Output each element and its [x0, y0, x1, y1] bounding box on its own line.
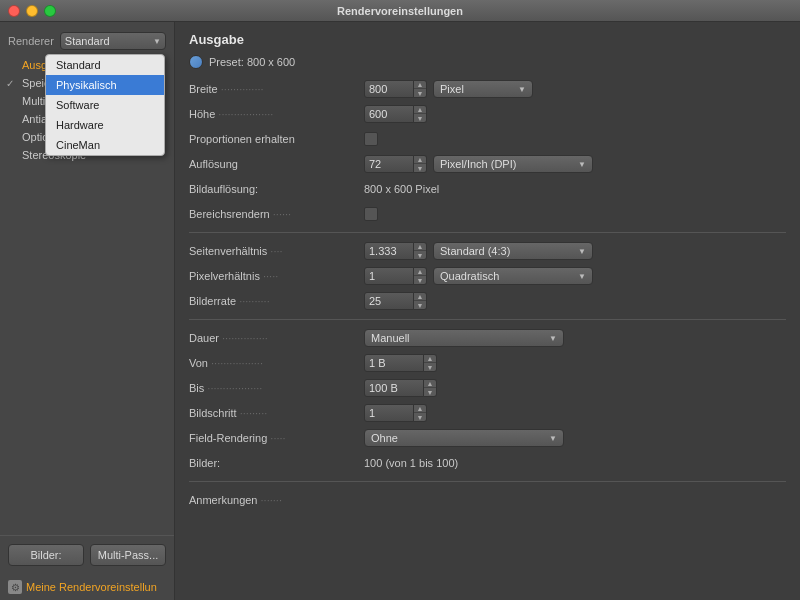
breite-label: Breite ··············: [189, 83, 364, 95]
bildschritt-input[interactable]: 1: [364, 404, 414, 422]
aufloesung-input-group[interactable]: 72 ▲ ▼: [364, 155, 427, 173]
breite-stepper-up[interactable]: ▲: [414, 81, 426, 89]
renderer-arrow-icon: ▼: [153, 37, 161, 46]
aufloesung-stepper[interactable]: ▲ ▼: [414, 155, 427, 173]
von-stepper[interactable]: ▲ ▼: [424, 354, 437, 372]
pixelverhaeltnis-stepper[interactable]: ▲ ▼: [414, 267, 427, 285]
bereichsrendern-checkbox[interactable]: [364, 207, 378, 221]
bildaufloesung-label: Bildauflösung:: [189, 183, 364, 195]
proportionen-row: Proportionen erhalten: [189, 129, 786, 149]
window-title: Rendervoreinstellungen: [337, 5, 463, 17]
breite-unit-label: Pixel: [440, 83, 464, 95]
bilder-label: Bilder:: [189, 457, 364, 469]
bis-input-group[interactable]: 100 B ▲ ▼: [364, 379, 437, 397]
bis-stepper[interactable]: ▲ ▼: [424, 379, 437, 397]
dropdown-item-physikalisch[interactable]: Physikalisch: [46, 75, 164, 95]
bildschritt-stepper-down[interactable]: ▼: [414, 413, 426, 421]
field-rendering-arrow-icon: ▼: [549, 434, 557, 443]
breite-stepper-down[interactable]: ▼: [414, 89, 426, 97]
von-stepper-up[interactable]: ▲: [424, 355, 436, 363]
bilderrate-input[interactable]: 25: [364, 292, 414, 310]
seitenverhaeltnis-input[interactable]: 1.333: [364, 242, 414, 260]
renderer-select[interactable]: Standard ▼: [60, 32, 166, 50]
section-title: Ausgabe: [189, 32, 786, 47]
effekte-button[interactable]: Bilder:: [8, 544, 84, 566]
bilderrate-stepper[interactable]: ▲ ▼: [414, 292, 427, 310]
gear-icon[interactable]: ⚙: [8, 580, 22, 594]
von-input-group[interactable]: 1 B ▲ ▼: [364, 354, 437, 372]
bis-stepper-down[interactable]: ▼: [424, 388, 436, 396]
dropdown-item-software[interactable]: Software: [46, 95, 164, 115]
check-speichern: ✓: [6, 78, 20, 89]
seitenverhaeltnis-unit-select[interactable]: Standard (4:3) ▼: [433, 242, 593, 260]
main-layout: Renderer Standard ▼ Standard Physikalisc…: [0, 22, 800, 600]
aufloesung-stepper-down[interactable]: ▼: [414, 164, 426, 172]
content-area: Ausgabe Preset: 800 x 600 Breite ·······…: [175, 22, 800, 600]
renderer-dropdown[interactable]: Standard Physikalisch Software Hardware …: [45, 54, 165, 156]
minimize-button[interactable]: [26, 5, 38, 17]
bis-input[interactable]: 100 B: [364, 379, 424, 397]
von-label: Von ·················: [189, 357, 364, 369]
hoehe-input[interactable]: 600: [364, 105, 414, 123]
pixelverhaeltnis-unit-select[interactable]: Quadratisch ▼: [433, 267, 593, 285]
pixelverhaeltnis-stepper-down[interactable]: ▼: [414, 276, 426, 284]
dauer-select[interactable]: Manuell ▼: [364, 329, 564, 347]
bis-stepper-up[interactable]: ▲: [424, 380, 436, 388]
dropdown-item-cineman[interactable]: CineMan: [46, 135, 164, 155]
renderer-row: Renderer Standard ▼: [0, 28, 174, 54]
seitenverhaeltnis-stepper-down[interactable]: ▼: [414, 251, 426, 259]
bildschritt-label: Bildschritt ·········: [189, 407, 364, 419]
breite-input[interactable]: 800: [364, 80, 414, 98]
field-rendering-select[interactable]: Ohne ▼: [364, 429, 564, 447]
proportionen-label: Proportionen erhalten: [189, 133, 364, 145]
bildschritt-stepper[interactable]: ▲ ▼: [414, 404, 427, 422]
bilderrate-input-group[interactable]: 25 ▲ ▼: [364, 292, 427, 310]
window-controls[interactable]: [8, 5, 56, 17]
von-row: Von ················· 1 B ▲ ▼: [189, 353, 786, 373]
aufloesung-value: 72: [369, 158, 381, 170]
sidebar: Renderer Standard ▼ Standard Physikalisc…: [0, 22, 175, 600]
hoehe-stepper-up[interactable]: ▲: [414, 106, 426, 114]
bilderrate-stepper-down[interactable]: ▼: [414, 301, 426, 309]
von-stepper-down[interactable]: ▼: [424, 363, 436, 371]
seitenverhaeltnis-label: Seitenverhältnis ····: [189, 245, 364, 257]
field-rendering-value: Ohne: [371, 432, 398, 444]
dropdown-item-hardware[interactable]: Hardware: [46, 115, 164, 135]
dauer-label: Dauer ···············: [189, 332, 364, 344]
aufloesung-label: Auflösung: [189, 158, 364, 170]
pixelverhaeltnis-input[interactable]: 1: [364, 267, 414, 285]
seitenverhaeltnis-stepper-up[interactable]: ▲: [414, 243, 426, 251]
bis-label: Bis ··················: [189, 382, 364, 394]
seitenverhaeltnis-input-group[interactable]: 1.333 ▲ ▼: [364, 242, 427, 260]
hoehe-row: Höhe ·················· 600 ▲ ▼: [189, 104, 786, 124]
breite-stepper[interactable]: ▲ ▼: [414, 80, 427, 98]
hoehe-stepper[interactable]: ▲ ▼: [414, 105, 427, 123]
multi-pass-button[interactable]: Multi-Pass...: [90, 544, 166, 566]
separator-3: [189, 481, 786, 482]
bildschritt-input-group[interactable]: 1 ▲ ▼: [364, 404, 427, 422]
von-value: 1 B: [369, 357, 386, 369]
hoehe-stepper-down[interactable]: ▼: [414, 114, 426, 122]
seitenverhaeltnis-stepper[interactable]: ▲ ▼: [414, 242, 427, 260]
preset-row: Preset: 800 x 600: [189, 55, 786, 69]
proportionen-checkbox[interactable]: [364, 132, 378, 146]
dropdown-item-standard[interactable]: Standard: [46, 55, 164, 75]
bilderrate-label: Bilderrate ··········: [189, 295, 364, 307]
aufloesung-input[interactable]: 72: [364, 155, 414, 173]
aufloesung-unit-select[interactable]: Pixel/Inch (DPI) ▼: [433, 155, 593, 173]
pixelverhaeltnis-input-group[interactable]: 1 ▲ ▼: [364, 267, 427, 285]
pixelverhaeltnis-stepper-up[interactable]: ▲: [414, 268, 426, 276]
anmerkungen-row: Anmerkungen ·······: [189, 490, 786, 510]
hoehe-input-group[interactable]: 600 ▲ ▼: [364, 105, 427, 123]
maximize-button[interactable]: [44, 5, 56, 17]
bilderrate-stepper-up[interactable]: ▲: [414, 293, 426, 301]
preset-text: Preset: 800 x 600: [209, 56, 295, 68]
seitenverhaeltnis-arrow-icon: ▼: [578, 247, 586, 256]
aufloesung-unit-label: Pixel/Inch (DPI): [440, 158, 516, 170]
von-input[interactable]: 1 B: [364, 354, 424, 372]
bildschritt-stepper-up[interactable]: ▲: [414, 405, 426, 413]
aufloesung-stepper-up[interactable]: ▲: [414, 156, 426, 164]
close-button[interactable]: [8, 5, 20, 17]
breite-unit-select[interactable]: Pixel ▼: [433, 80, 533, 98]
breite-input-group[interactable]: 800 ▲ ▼: [364, 80, 427, 98]
